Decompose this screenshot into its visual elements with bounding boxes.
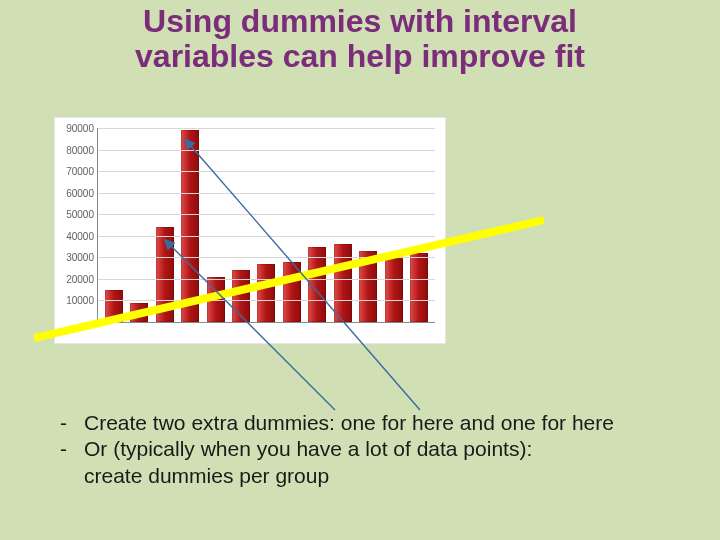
bar <box>105 290 123 322</box>
plot-area: 1000020000300004000050000600007000080000… <box>97 128 435 323</box>
gridline <box>98 300 435 301</box>
bullet-2b-text: create dummies per group <box>60 463 329 489</box>
bar <box>334 244 352 322</box>
bar <box>181 130 199 322</box>
slide-title: Using dummies with interval variables ca… <box>0 4 720 74</box>
title-line-2: variables can help improve fit <box>135 38 585 74</box>
y-tick-label: 20000 <box>66 273 94 284</box>
y-tick-label: 10000 <box>66 295 94 306</box>
bar <box>283 262 301 322</box>
y-tick-label: 30000 <box>66 252 94 263</box>
bullet-1-text: Create two extra dummies: one for here a… <box>84 410 614 436</box>
gridline <box>98 128 435 129</box>
bullet-list: - Create two extra dummies: one for here… <box>60 410 660 489</box>
gridline <box>98 214 435 215</box>
bar <box>156 227 174 322</box>
gridline <box>98 279 435 280</box>
bar <box>207 277 225 322</box>
bar <box>130 303 148 322</box>
gridline <box>98 236 435 237</box>
bar <box>359 251 377 322</box>
slide: Using dummies with interval variables ca… <box>0 0 720 540</box>
bullet-2: - Or (typically when you have a lot of d… <box>60 436 660 462</box>
y-tick-label: 50000 <box>66 209 94 220</box>
bullet-2-text: Or (typically when you have a lot of dat… <box>84 436 532 462</box>
y-tick-label: 90000 <box>66 123 94 134</box>
y-tick-label: 40000 <box>66 230 94 241</box>
gridline <box>98 171 435 172</box>
dash-icon: - <box>60 410 84 436</box>
bar <box>410 253 428 322</box>
dash-icon: - <box>60 436 84 462</box>
gridline <box>98 193 435 194</box>
bars-container <box>98 128 435 322</box>
bar-chart: 1000020000300004000050000600007000080000… <box>55 118 445 343</box>
y-tick-label: 80000 <box>66 144 94 155</box>
bar <box>385 255 403 322</box>
title-line-1: Using dummies with interval <box>143 3 577 39</box>
gridline <box>98 257 435 258</box>
y-tick-label: 60000 <box>66 187 94 198</box>
gridline <box>98 150 435 151</box>
y-tick-label: 70000 <box>66 166 94 177</box>
bullet-2-cont: create dummies per group <box>60 463 660 489</box>
bar <box>257 264 275 322</box>
bullet-1: - Create two extra dummies: one for here… <box>60 410 660 436</box>
